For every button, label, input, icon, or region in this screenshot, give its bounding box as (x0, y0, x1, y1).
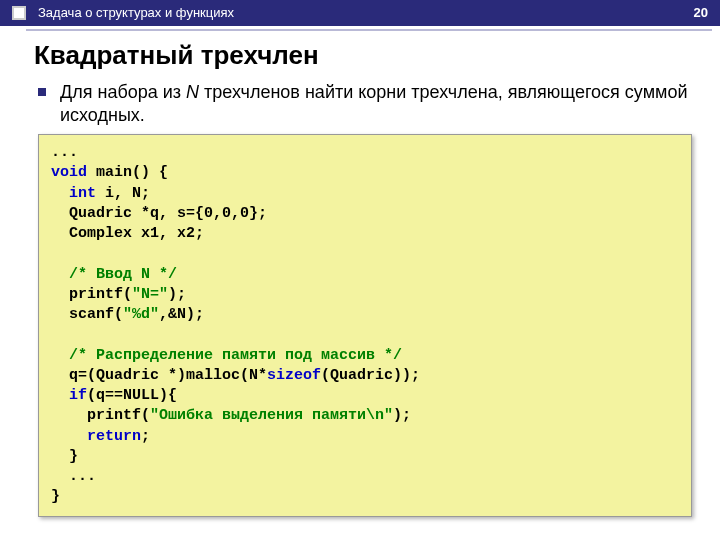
code-keyword: if (69, 387, 87, 404)
page-number: 20 (694, 4, 708, 22)
code-string: "%d" (123, 306, 159, 323)
code-string: "N=" (132, 286, 168, 303)
code-comment: /* Ввод N */ (69, 266, 177, 283)
bullet-icon (38, 88, 46, 96)
header-subject: Задача о структурах и функциях (38, 4, 234, 22)
code-text (51, 185, 69, 202)
code-keyword: int (69, 185, 96, 202)
corner-decoration (12, 6, 26, 20)
code-line: Complex x1, x2; (51, 225, 204, 242)
code-text: printf( (51, 407, 150, 424)
code-keyword: sizeof (267, 367, 321, 384)
code-text: scanf( (51, 306, 123, 323)
code-text: i, N; (96, 185, 150, 202)
code-comment: /* Распределение памяти под массив */ (69, 347, 402, 364)
code-text (51, 347, 69, 364)
code-block: ... void main() { int i, N; Quadric *q, … (38, 134, 692, 517)
code-text (51, 266, 69, 283)
code-line: ... (51, 468, 96, 485)
code-text: main() { (87, 164, 168, 181)
code-string: "Ошибка выделения памяти\n" (150, 407, 393, 424)
slide-title: Квадратный трехчлен (34, 40, 720, 71)
code-keyword: void (51, 164, 87, 181)
code-line: } (51, 448, 78, 465)
code-keyword: return (87, 428, 141, 445)
code-line: } (51, 488, 60, 505)
code-text (51, 428, 87, 445)
code-text: printf( (51, 286, 132, 303)
code-text: ); (393, 407, 411, 424)
header-rule (26, 29, 712, 31)
bullet-pre: Для набора из (60, 82, 186, 102)
bullet-n: N (186, 82, 199, 102)
code-text: (q==NULL){ (87, 387, 177, 404)
code-text: ,&N); (159, 306, 204, 323)
code-text: ; (141, 428, 150, 445)
slide: Задача о структурах и функциях 20 Квадра… (0, 0, 720, 540)
code-text: ); (168, 286, 186, 303)
code-line: Quadric *q, s={0,0,0}; (51, 205, 267, 222)
bullet-text: Для набора из N трехчленов найти корни т… (60, 81, 690, 126)
code-text: q=(Quadric *)malloc(N* (51, 367, 267, 384)
header-bar: Задача о структурах и функциях 20 (0, 0, 720, 26)
bullet-item: Для набора из N трехчленов найти корни т… (38, 81, 690, 126)
code-text (51, 387, 69, 404)
code-text: (Quadric)); (321, 367, 420, 384)
code-line: ... (51, 144, 78, 161)
